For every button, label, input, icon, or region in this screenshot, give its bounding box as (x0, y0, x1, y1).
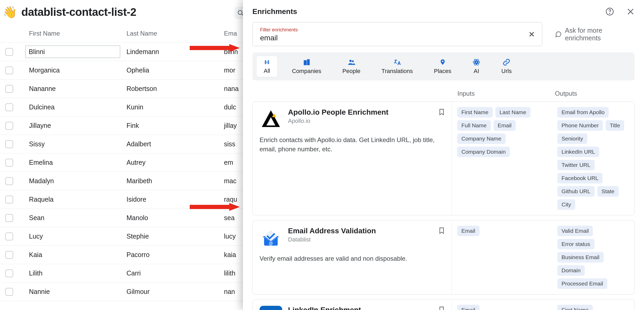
cell-last-name[interactable]: Ophelia (126, 66, 224, 74)
card-title: LinkedIn Enrichment (288, 306, 445, 310)
close-icon[interactable] (627, 7, 635, 16)
cell-last-name[interactable]: Maribeth (126, 177, 224, 185)
cell-first-name[interactable]: Nananne (29, 85, 126, 93)
outputs-chips: First NameFamily NameJob TitleLinkedIn P… (557, 305, 629, 310)
cell-last-name[interactable]: Isidore (126, 196, 224, 203)
output-chip: Domain (557, 265, 585, 276)
cell-first-name[interactable]: Jillayne (29, 122, 126, 129)
output-chip: Seniority (557, 133, 587, 144)
cell-last-name[interactable]: Carri (126, 269, 224, 277)
row-checkbox[interactable] (5, 177, 13, 185)
tab-label: Places (434, 68, 451, 75)
row-checkbox[interactable] (5, 232, 13, 240)
col-first-name[interactable]: First Name (29, 30, 126, 37)
cell-last-name[interactable]: Fink (126, 122, 224, 129)
clear-filter-icon[interactable]: ✕ (529, 30, 535, 38)
col-last-name[interactable]: Last Name (126, 30, 224, 37)
card-title: Apollo.io People Enrichment (288, 108, 445, 117)
card-title: Email Address Validation (288, 227, 445, 235)
card-description: Verify email addresses are valid and non… (260, 254, 445, 263)
row-checkbox[interactable] (5, 288, 13, 296)
outputs-header: Outputs (552, 90, 635, 97)
row-checkbox[interactable] (5, 251, 13, 259)
svg-point-23 (442, 61, 443, 62)
ask-more-enrichments[interactable]: Ask for more enrichments (555, 27, 635, 42)
category-tabs: AllCompaniesPeopleTranslationsPlacesAIUr… (252, 52, 635, 80)
tab-places[interactable]: Places (427, 56, 458, 77)
svg-marker-5 (229, 203, 240, 211)
output-chip: Email from Apollo (557, 107, 609, 118)
enrichment-card[interactable]: LinkedIn EnrichmentDatablistFind the lin… (252, 299, 635, 310)
row-checkbox[interactable] (5, 140, 13, 148)
filter-input-wrapper[interactable]: Filter enrichments ✕ (252, 22, 542, 46)
output-chip: Valid Email (557, 226, 593, 236)
places-icon (439, 58, 446, 66)
bookmark-icon[interactable] (438, 305, 445, 310)
cell-last-name[interactable]: Gilmour (126, 288, 224, 296)
cell-first-name[interactable]: Madalyn (29, 177, 126, 185)
help-icon[interactable] (606, 7, 614, 16)
input-chip: First Name (457, 107, 493, 118)
output-chip: Title (606, 120, 624, 131)
enrichment-card[interactable]: @Email Address ValidationDatablistVerify… (252, 220, 635, 294)
cell-first-name[interactable]: Sean (29, 214, 126, 222)
row-checkbox[interactable] (5, 103, 13, 111)
cell-first-name[interactable]: Sissy (29, 140, 126, 148)
row-checkbox[interactable] (5, 214, 13, 222)
tab-all[interactable]: All (256, 56, 278, 77)
row-checkbox[interactable] (5, 196, 13, 204)
tab-ai[interactable]: AI (466, 56, 487, 77)
cell-first-name[interactable]: Lucy (29, 232, 126, 240)
cell-first-name[interactable]: Emelina (29, 159, 126, 166)
cell-first-name[interactable]: Nannie (29, 288, 126, 296)
cell-first-name[interactable]: Morganica (29, 66, 126, 74)
enrichment-card[interactable]: Apollo.io People EnrichmentApollo.ioEnri… (252, 101, 635, 215)
row-checkbox[interactable] (5, 66, 13, 74)
row-checkbox[interactable] (5, 122, 13, 130)
tab-people[interactable]: People (335, 56, 367, 77)
all-icon (263, 59, 271, 66)
card-vendor: Datablist (288, 236, 445, 243)
tab-translations[interactable]: Translations (375, 56, 420, 77)
vendor-logo (260, 108, 282, 131)
output-chip: Processed Email (557, 278, 607, 289)
filter-enrichments-input[interactable] (260, 34, 526, 42)
cell-first-name[interactable]: Lilith (29, 269, 126, 277)
row-checkbox[interactable] (5, 48, 13, 56)
card-description: Enrich contacts with Apollo.io data. Get… (260, 135, 445, 154)
filter-label: Filter enrichments (260, 27, 526, 33)
tab-urls[interactable]: Urls (495, 56, 519, 77)
input-chip: Email (457, 305, 480, 310)
inputs-chips: First NameLast NameFull NameEmailCompany… (457, 107, 555, 210)
cell-last-name[interactable]: Autrey (126, 159, 224, 166)
tab-companies[interactable]: Companies (285, 56, 328, 77)
cell-last-name[interactable]: Robertson (126, 85, 224, 93)
input-chip: Company Domain (457, 147, 510, 157)
row-checkbox[interactable] (5, 85, 13, 93)
cell-first-name[interactable]: Blinni (29, 46, 126, 58)
svg-rect-20 (307, 59, 310, 65)
output-chip: First Name (557, 305, 593, 310)
card-vendor: Apollo.io (288, 118, 445, 124)
cell-last-name[interactable]: Kunin (126, 103, 224, 111)
wave-emoji: 👋 (3, 5, 17, 19)
cell-first-name[interactable]: Raquela (29, 196, 126, 203)
tab-label: AI (474, 68, 479, 75)
cell-last-name[interactable]: Pacorro (126, 251, 224, 259)
tab-label: People (342, 68, 360, 75)
row-checkbox[interactable] (5, 159, 13, 167)
output-chip: Twitter URL (557, 160, 595, 170)
row-checkbox[interactable] (5, 269, 13, 277)
bookmark-icon[interactable] (438, 108, 445, 117)
vendor-logo (260, 306, 282, 310)
svg-point-22 (352, 60, 354, 62)
cell-last-name[interactable]: Manolo (126, 214, 224, 222)
cell-first-name[interactable]: Dulcinea (29, 103, 126, 111)
cell-last-name[interactable]: Stephie (126, 232, 224, 240)
bookmark-icon[interactable] (438, 226, 445, 235)
input-chip: Last Name (495, 107, 531, 118)
cell-last-name[interactable]: Adalbert (126, 140, 224, 148)
cell-first-name[interactable]: Kaia (29, 251, 126, 259)
input-chip: Email (494, 120, 516, 131)
svg-rect-19 (304, 60, 306, 65)
